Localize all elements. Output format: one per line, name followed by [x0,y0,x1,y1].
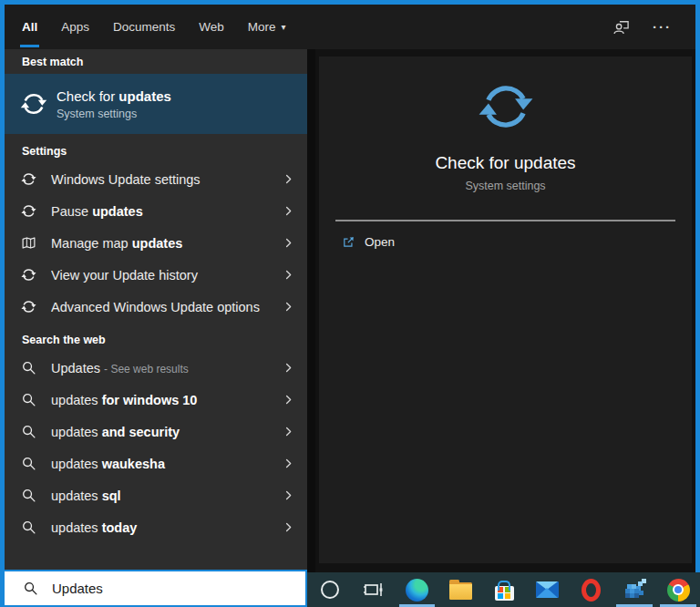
task-view-icon [363,579,385,601]
tab-all-label: All [22,20,37,34]
web-result-updates-for-windows-10[interactable]: updates for windows 10 [5,384,307,416]
window-border-right [695,0,700,572]
chevron-right-icon[interactable] [283,521,294,533]
best-match-text: Check for updates System settings [57,87,171,120]
result-label: updates today [51,520,283,535]
tab-web[interactable]: Web [199,5,224,49]
taskbar-file-explorer-button[interactable] [438,572,482,607]
topbar-actions: ··· [612,5,695,49]
open-external-icon [342,235,355,249]
tab-all[interactable]: All [22,5,37,49]
chevron-right-icon[interactable] [283,426,294,437]
search-icon [21,392,36,407]
sync-icon [21,299,36,314]
sync-icon [21,171,36,187]
sync-icon [478,78,534,135]
window-border-top [0,0,700,5]
search-input[interactable] [50,580,269,597]
chrome-icon [667,579,690,602]
taskbar [307,572,700,607]
chevron-right-icon[interactable] [283,362,294,374]
search-box[interactable] [0,570,307,607]
result-manage-map-updates[interactable]: Manage map updates [5,227,307,259]
chevron-right-icon[interactable] [283,394,294,406]
tab-more-label: More [248,20,276,34]
tab-more[interactable]: More▾ [248,5,286,49]
result-view-your-update-history[interactable]: View your Update history [5,259,307,291]
mail-icon [536,581,559,598]
window-border-left [0,0,5,607]
result-label: updates and security [51,425,283,439]
pixel-app-icon [623,578,646,602]
more-options-icon[interactable]: ··· [653,20,672,34]
result-label: Manage map updates [51,236,283,251]
open-action-label: Open [365,235,395,249]
map-icon [21,235,36,251]
chevron-right-icon[interactable] [283,269,294,281]
edge-icon [406,579,428,602]
preview-subtitle: System settings [465,180,545,192]
chevron-down-icon: ▾ [282,22,286,32]
chevron-right-icon[interactable] [283,237,294,249]
search-icon [23,581,38,596]
chevron-right-icon[interactable] [283,489,294,501]
result-label: View your Update history [51,268,283,283]
taskbar-edge-button[interactable] [396,572,439,607]
result-label: updates sql [51,489,283,503]
chevron-right-icon[interactable] [283,173,294,185]
windows-search-flyout: All Apps Documents Web More▾ ··· Best ma… [0,0,700,607]
taskbar-pixel-app-button[interactable] [612,572,656,607]
web-result-updates-sql[interactable]: updates sql [5,479,307,511]
result-label: Updates - See web results [51,361,283,376]
tab-documents-label: Documents [113,20,175,34]
tab-documents[interactable]: Documents [113,5,175,49]
search-filter-bar: All Apps Documents Web More▾ ··· [5,5,695,49]
result-windows-update-settings[interactable]: Windows Update settings [5,163,307,195]
web-result-updates-waukesha[interactable]: updates waukesha [5,448,307,479]
taskbar-store-button[interactable] [482,572,526,607]
taskbar-chrome-button[interactable] [656,572,700,607]
search-icon [21,456,36,471]
open-action[interactable]: Open [319,221,692,249]
result-label: Windows Update settings [51,172,283,187]
preview-title: Check for updates [435,153,575,173]
chevron-right-icon[interactable] [283,301,294,313]
tab-web-label: Web [199,20,224,34]
filter-tabs: All Apps Documents Web More▾ [5,5,286,49]
search-icon [21,424,36,439]
results-panel: Best match Check for updates System sett… [5,49,307,570]
taskbar-task-view-button[interactable] [352,572,396,607]
best-match-title: Check for updates [57,87,171,105]
result-pause-updates[interactable]: Pause updates [5,195,307,227]
best-match-item-check-for-updates[interactable]: Check for updates System settings [5,74,307,134]
preview-card: Check for updates System settings Open [319,57,692,563]
section-header-search-the-web: Search the web [5,323,307,352]
best-match-subtitle: System settings [57,108,171,120]
web-result-updates-see-web-results[interactable]: Updates - See web results [5,352,307,384]
search-icon [21,360,36,376]
search-icon [21,520,36,535]
sync-icon [21,267,36,283]
chevron-right-icon[interactable] [283,458,294,469]
sync-icon [21,203,36,219]
opera-icon [582,579,601,602]
web-result-updates-today[interactable]: updates today [5,511,307,543]
result-label: Advanced Windows Update options [51,300,283,314]
taskbar-mail-button[interactable] [526,572,570,607]
result-advanced-windows-update-options[interactable]: Advanced Windows Update options [5,291,307,323]
sync-icon [20,90,47,118]
panel-divider [307,49,315,572]
cortana-icon [321,581,339,599]
section-header-best-match: Best match [5,49,307,74]
feedback-icon[interactable] [612,18,631,36]
file-explorer-icon [449,582,472,600]
tab-apps[interactable]: Apps [61,5,89,49]
chevron-right-icon[interactable] [283,205,294,217]
tab-apps-label: Apps [61,20,89,34]
section-header-settings: Settings [5,134,307,163]
web-result-updates-and-security[interactable]: updates and security [5,416,307,448]
result-label: Pause updates [51,204,283,219]
preview-panel: Check for updates System settings Open [315,49,695,572]
taskbar-cortana-button[interactable] [308,572,352,607]
taskbar-opera-button[interactable] [570,572,613,607]
